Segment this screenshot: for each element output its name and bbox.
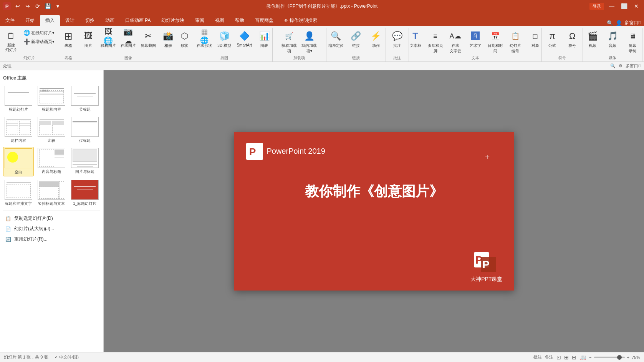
layout-item-vertical-title[interactable]: 竖排标题与文本	[36, 179, 67, 208]
restore-btn[interactable]: ⬜	[619, 2, 629, 11]
tab-insert[interactable]: 插入	[40, 15, 60, 26]
tab-slideshow[interactable]: 幻灯片放映	[156, 15, 190, 26]
more-btn[interactable]: ▾	[53, 2, 62, 11]
tab-review[interactable]: 审阅	[190, 15, 210, 26]
layout-thumb-blank	[5, 148, 32, 168]
symbol-btn[interactable]: Ω 符号	[563, 28, 582, 51]
tab-help[interactable]: 帮助	[230, 15, 250, 26]
tab-view[interactable]: 视图	[210, 15, 230, 26]
datetime-btn[interactable]: 📅 日期和时间	[486, 28, 505, 55]
online-slide-btn[interactable]: 🌐在线幻灯片▾	[22, 28, 56, 37]
toolbar-settings-icon[interactable]: ⚙	[619, 63, 622, 68]
action-btn[interactable]: ⚡ 动作	[366, 28, 386, 51]
slide-title[interactable]: 教你制作《创意图片》	[234, 182, 514, 201]
video-btn[interactable]: 🎬 视频	[583, 28, 602, 51]
undo-btn[interactable]: ↩	[13, 2, 22, 11]
view-slide-icon[interactable]: ⊟	[572, 354, 576, 360]
slide-canvas[interactable]: P PowerPoint 2019 ＋ 教你制作《创意图片》 P P	[234, 132, 514, 291]
layout-item-compare[interactable]: 比较	[36, 116, 67, 144]
3d-model-btn[interactable]: 🧊 3D 模型	[215, 28, 234, 51]
layout-item-title-vertical[interactable]: 标题和竖排文字	[3, 179, 34, 208]
tab-pocket-animation[interactable]: 口袋动画 PA	[120, 15, 156, 26]
layout-item-custom-title[interactable]: 1_标题幻灯片	[70, 179, 100, 208]
tab-start[interactable]: 开始	[20, 15, 40, 26]
new-slide-btn[interactable]: 🗒 新建幻灯片	[2, 28, 21, 53]
comment-btn[interactable]: 💬 批注	[387, 28, 407, 51]
tab-file[interactable]: 文件	[0, 15, 20, 26]
search-icon[interactable]: 🔍	[607, 20, 613, 26]
slide-number-btn[interactable]: 📋 幻灯片编号	[506, 28, 525, 55]
redo-btn[interactable]: ↪	[23, 2, 32, 11]
layout-thumb-compare	[38, 117, 65, 137]
add-anim-btn[interactable]: ➕新增动画页▾	[22, 37, 56, 46]
layout-label-9: 标题和竖排文字	[5, 201, 32, 206]
tab-transition[interactable]: 切换	[80, 15, 100, 26]
status-right: 批注 备注 ⊡ ⊞ ⊟ 📖 − + 75%	[533, 354, 640, 360]
slide-count-info: 幻灯片 第 1 张，共 9 张	[4, 354, 48, 360]
get-addins-btn[interactable]: 🛒 获取加载项	[280, 28, 299, 55]
layout-item-blank[interactable]: 空白	[3, 147, 34, 176]
account-button[interactable]: 登录	[589, 3, 604, 10]
layout-label-6: 空白	[15, 169, 22, 175]
link-btn[interactable]: 🔗 链接	[346, 28, 366, 51]
refresh-btn[interactable]: ⟳	[33, 2, 42, 11]
layout-item-two-col[interactable]: 两栏内容	[3, 116, 34, 144]
secondary-toolbar: 处理 🔍 ⚙ 多窗口□	[0, 62, 644, 70]
layout-item-picture-title[interactable]: 图片与标题	[70, 147, 100, 176]
tab-baidu[interactable]: 百度网盘	[250, 15, 279, 26]
picture-icon: 🖼	[82, 30, 94, 42]
slide-plus-btn[interactable]: ＋	[483, 151, 491, 162]
close-btn[interactable]: ✕	[632, 2, 641, 11]
picture-btn[interactable]: 🖼 图片	[79, 28, 98, 51]
shape-btn[interactable]: ⬡ 形状	[175, 28, 194, 51]
collapse-ribbon-btn[interactable]: 多窗口□	[624, 20, 641, 26]
tab-animation[interactable]: 动画	[100, 15, 120, 26]
cloud-picture-btn[interactable]: 📷☁ 在线图片	[119, 28, 138, 51]
outline-slide-icon: 📄	[5, 226, 11, 232]
tab-search[interactable]: ⊕ 操作说明搜索	[279, 15, 322, 26]
minimize-btn[interactable]: —	[607, 2, 616, 11]
view-outline-icon[interactable]: ⊞	[564, 354, 569, 360]
layout-item-title-slide[interactable]: 标题幻灯片	[3, 85, 34, 113]
layout-item-title-only[interactable]: 仅标题	[70, 116, 100, 144]
comment-status-btn[interactable]: 批注	[533, 354, 542, 360]
screen-record-btn[interactable]: 🖥 屏幕录制	[623, 28, 642, 55]
video-icon: 🎬	[586, 30, 599, 42]
wordart-btn[interactable]: 🅰 艺术字	[466, 28, 485, 51]
zoom-btn[interactable]: 🔍 缩放定位	[326, 28, 346, 51]
header-footer-icon: ≡	[429, 30, 442, 42]
cloud-picture-icon: 📷☁	[122, 30, 134, 42]
spell-check-icon: ✓	[55, 355, 58, 360]
audio-btn[interactable]: 🎵 音频	[603, 28, 622, 51]
smartart-btn[interactable]: 🔷 SmartArt	[235, 28, 254, 51]
toolbar-expand-btn[interactable]: 多窗口□	[626, 63, 641, 69]
zoom-in-btn[interactable]: +	[627, 355, 629, 360]
chart-btn[interactable]: 📊 图表	[255, 28, 274, 51]
zoom-out-btn[interactable]: −	[589, 355, 591, 360]
header-footer-btn[interactable]: ≡ 页眉和页脚	[426, 28, 445, 55]
textbox-btn[interactable]: T 文本框	[406, 28, 425, 51]
reuse-slide-item[interactable]: 🔄 重用幻灯片(R)...	[3, 234, 100, 244]
toolbar-search-icon[interactable]: 🔍	[610, 63, 616, 68]
share-icon[interactable]: 👤	[616, 20, 622, 26]
layout-item-section[interactable]: 节标题	[70, 85, 100, 113]
datetime-icon: 📅	[489, 30, 502, 42]
equation-btn[interactable]: π 公式	[543, 28, 562, 51]
table-btn[interactable]: ⊞ 表格	[59, 28, 78, 51]
screenshot-btn[interactable]: ✂ 屏幕截图	[139, 28, 158, 51]
view-reading-icon[interactable]: 📖	[579, 354, 586, 360]
zoom-slider[interactable]	[594, 357, 625, 358]
online-shape-btn[interactable]: ▦🌐 在线形状	[195, 28, 214, 51]
online-picture-btn[interactable]: 🖼🌐 联机图片	[99, 28, 118, 51]
layout-item-title-content[interactable]: 二级标题 标题和内容	[36, 85, 67, 113]
outline-slide-item[interactable]: 📄 幻灯片(从大纲)(J)...	[3, 224, 100, 234]
note-status-btn[interactable]: 备注	[545, 354, 553, 360]
duplicate-slide-item[interactable]: 📋 复制选定幻灯片(D)	[3, 213, 100, 224]
ribbon-tab-bar: 文件 开始 插入 设计 切换 动画 口袋动画 PA 幻灯片放映 审阅 视图 帮助…	[0, 12, 644, 26]
save-btn[interactable]: 💾	[43, 2, 52, 11]
my-addins-btn[interactable]: 👤 我的加载项▾	[300, 28, 319, 55]
wordcloud-btn[interactable]: A☁ 在线文字云	[446, 28, 465, 55]
layout-item-content-title[interactable]: 内容与标题	[36, 147, 67, 176]
view-normal-icon[interactable]: ⊡	[556, 354, 561, 360]
tab-design[interactable]: 设计	[60, 15, 80, 26]
